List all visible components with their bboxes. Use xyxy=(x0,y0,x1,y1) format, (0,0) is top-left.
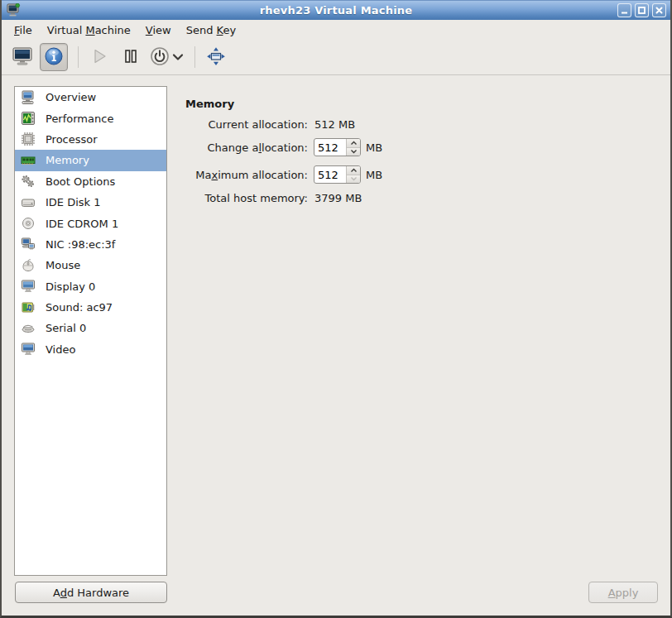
pause-button[interactable] xyxy=(117,43,145,71)
sidebar-item-label: Serial 0 xyxy=(46,322,86,334)
sidebar-item-mouse[interactable]: Mouse xyxy=(15,255,166,275)
maximum-allocation-input[interactable] xyxy=(314,166,346,183)
sidebar-item-label: Overview xyxy=(46,91,96,103)
sidebar-item-serial-0[interactable]: Serial 0 xyxy=(15,318,166,338)
maximum-allocation-spinner xyxy=(346,166,360,183)
sidebar-item-nic-98-ec-3f[interactable]: NIC :98:ec:3f xyxy=(15,234,166,255)
maximum-allocation-label: Maximum allocation: xyxy=(185,169,308,181)
menu-file[interactable]: File xyxy=(7,22,40,38)
sidebar-item-video[interactable]: Video xyxy=(15,339,166,360)
sidebar-item-performance[interactable]: Performance xyxy=(15,108,166,128)
mouse-icon xyxy=(21,258,36,273)
sidebar-item-label: Video xyxy=(46,343,75,356)
sidebar-item-ide-cdrom-1[interactable]: IDE CDROM 1 xyxy=(15,213,166,233)
spin-down-button[interactable] xyxy=(347,148,360,156)
sidebar-item-label: Performance xyxy=(46,113,113,125)
console-button[interactable] xyxy=(8,43,36,71)
change-allocation-unit: MB xyxy=(366,141,382,154)
maximize-button[interactable] xyxy=(635,3,649,17)
serial-icon xyxy=(21,321,36,336)
current-allocation-value: 512 MB xyxy=(314,118,355,131)
sidebar-item-boot-options[interactable]: Boot Options xyxy=(15,171,166,192)
shutdown-button[interactable] xyxy=(148,43,185,71)
power-icon xyxy=(149,46,170,69)
titlebar[interactable]: rhevh23 Virtual Machine xyxy=(2,0,670,20)
menu-virtual-machine[interactable]: Virtual Machine xyxy=(40,22,138,38)
sidebar-item-display-0[interactable]: Display 0 xyxy=(15,276,166,297)
console-monitor-icon xyxy=(12,46,33,69)
play-icon xyxy=(89,46,110,69)
toolbar-separator xyxy=(78,46,79,68)
change-allocation-label: Change allocation: xyxy=(185,141,308,154)
menubar: FileVirtual MachineViewSend Key xyxy=(2,21,670,40)
sidebar-item-label: IDE Disk 1 xyxy=(46,196,101,208)
total-host-memory-label: Total host memory: xyxy=(185,192,308,204)
performance-icon xyxy=(21,111,36,126)
change-allocation-spinbox xyxy=(314,138,361,156)
toolbar xyxy=(2,40,670,75)
total-host-memory-value: 3799 MB xyxy=(314,192,362,204)
change-allocation-spinner xyxy=(346,139,360,156)
chevron-down-icon[interactable] xyxy=(172,51,184,64)
fullscreen-icon xyxy=(205,46,227,69)
change-allocation-input[interactable] xyxy=(314,139,346,156)
sidebar-item-sound-ac97[interactable]: Sound: ac97 xyxy=(15,297,166,318)
panel-heading: Memory xyxy=(185,98,657,111)
memory-panel: Memory Current allocation: 512 MB Change… xyxy=(185,98,657,204)
disk-icon xyxy=(21,195,36,210)
video-icon xyxy=(21,342,36,357)
sidebar-item-label: Boot Options xyxy=(46,175,115,188)
close-button[interactable] xyxy=(652,3,666,17)
minimize-button[interactable] xyxy=(617,3,631,17)
display-icon xyxy=(21,279,36,294)
sound-icon xyxy=(21,300,36,315)
apply-button[interactable]: Apply xyxy=(588,582,658,603)
sidebar-item-label: Mouse xyxy=(46,259,80,271)
window-vm-icon xyxy=(7,3,21,17)
maximum-allocation-spinbox xyxy=(314,165,361,184)
sidebar-item-ide-disk-1[interactable]: IDE Disk 1 xyxy=(15,192,166,213)
menu-send-key[interactable]: Send Key xyxy=(179,22,243,38)
sidebar-item-label: Sound: ac97 xyxy=(46,301,113,314)
sidebar-item-label: Display 0 xyxy=(46,280,95,293)
spin-up-button[interactable] xyxy=(347,139,360,148)
menu-view[interactable]: View xyxy=(138,22,179,38)
gears-icon xyxy=(21,174,36,189)
spin-down-button-disabled[interactable] xyxy=(347,175,360,184)
add-hardware-button[interactable]: Add Hardware xyxy=(15,582,167,603)
details-button[interactable] xyxy=(40,43,68,71)
computer-icon xyxy=(21,90,36,105)
sidebar-item-overview[interactable]: Overview xyxy=(15,87,166,108)
info-icon xyxy=(43,46,65,69)
sidebar-item-label: Processor xyxy=(46,133,98,146)
sidebar-item-label: Memory xyxy=(46,154,89,166)
nic-icon xyxy=(21,237,36,252)
hardware-list: OverviewPerformanceProcessorMemoryBoot O… xyxy=(14,86,167,576)
memory-icon xyxy=(21,153,36,168)
vm-details-window: rhevh23 Virtual Machine FileVirtual Mach… xyxy=(0,0,672,618)
toolbar-separator xyxy=(194,46,195,68)
cdrom-icon xyxy=(21,216,36,231)
fullscreen-button[interactable] xyxy=(202,43,230,71)
window-controls xyxy=(617,3,666,17)
sidebar-item-processor[interactable]: Processor xyxy=(15,129,166,150)
spin-up-button[interactable] xyxy=(347,166,360,175)
run-button xyxy=(85,43,113,71)
processor-icon xyxy=(21,132,36,146)
window-title: rhevh23 Virtual Machine xyxy=(2,4,670,17)
sidebar-item-label: IDE CDROM 1 xyxy=(46,218,118,230)
current-allocation-label: Current allocation: xyxy=(185,118,308,131)
pause-icon xyxy=(120,46,142,69)
sidebar-item-memory[interactable]: Memory xyxy=(15,150,166,170)
sidebar-item-label: NIC :98:ec:3f xyxy=(46,238,115,251)
maximum-allocation-unit: MB xyxy=(366,169,382,181)
